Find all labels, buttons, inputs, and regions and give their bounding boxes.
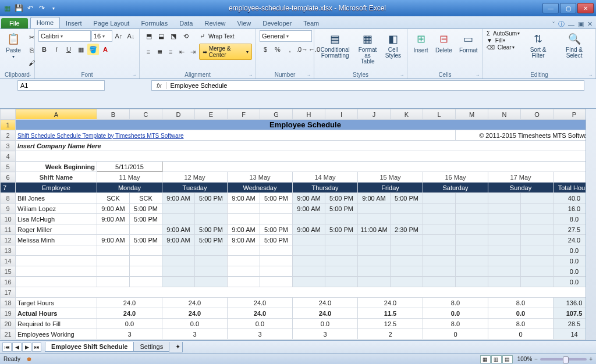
cell[interactable]: 9:00 AM — [293, 224, 325, 235]
row-header[interactable]: 12 — [1, 235, 16, 245]
cell[interactable]: 0.0 — [162, 319, 228, 329]
cell[interactable]: SCK — [97, 193, 130, 204]
cell[interactable] — [423, 256, 456, 266]
cell[interactable] — [423, 214, 456, 224]
zoom-out-icon[interactable]: − — [534, 356, 538, 362]
cell[interactable]: Actual Hours — [16, 308, 97, 319]
tab-developer[interactable]: Developer — [257, 18, 297, 28]
cell[interactable] — [228, 214, 260, 224]
minimize-ribbon-icon[interactable]: ˇ — [552, 21, 555, 28]
cell[interactable]: 24.0 — [228, 298, 293, 308]
orientation-icon[interactable]: ⟲ — [180, 30, 191, 42]
sheet-tab-new[interactable]: ✦ — [169, 342, 183, 352]
cell[interactable] — [488, 277, 521, 287]
doc-restore-icon[interactable]: ▣ — [578, 20, 584, 28]
col-N[interactable]: N — [488, 109, 521, 120]
cell[interactable] — [488, 214, 521, 224]
row-header[interactable]: 6 — [1, 172, 16, 183]
cell[interactable] — [391, 214, 423, 224]
cell[interactable]: Roger Miller — [16, 224, 97, 235]
cell[interactable]: Week Beginning — [16, 162, 97, 172]
cell[interactable] — [293, 214, 325, 224]
view-normal-icon[interactable]: ▦ — [480, 355, 491, 363]
cell[interactable]: 13 May — [228, 172, 293, 183]
cell[interactable]: 0.0 — [554, 266, 595, 277]
cell[interactable]: Shift Name — [16, 172, 97, 183]
cell[interactable]: 0.0 — [554, 277, 595, 287]
cell[interactable] — [293, 266, 325, 277]
cell[interactable]: 3 — [162, 329, 228, 340]
cell[interactable]: 11.5 — [358, 308, 423, 319]
cell[interactable] — [97, 266, 130, 277]
cell[interactable] — [162, 214, 195, 224]
cell[interactable]: Target Hours — [16, 298, 97, 308]
cell[interactable] — [488, 193, 521, 204]
cell[interactable] — [358, 204, 391, 214]
cell[interactable]: 5:00 PM — [130, 214, 162, 224]
cell[interactable] — [260, 277, 293, 287]
cell[interactable]: 9:00 AM — [97, 204, 130, 214]
row-header[interactable]: 11 — [1, 224, 16, 235]
cell[interactable] — [130, 277, 162, 287]
cell[interactable] — [358, 235, 391, 245]
cell[interactable] — [488, 245, 521, 256]
delete-cells-button[interactable]: ⊟Delete — [433, 30, 455, 55]
cell[interactable] — [325, 245, 358, 256]
row-header[interactable]: 8 — [1, 193, 16, 204]
border-button[interactable]: ▦ — [75, 44, 87, 55]
cell[interactable]: 0.0 — [97, 319, 162, 329]
cell[interactable] — [130, 256, 162, 266]
row-header[interactable]: 17 — [1, 287, 16, 298]
cell[interactable] — [521, 193, 554, 204]
cell[interactable]: Employees Working — [16, 329, 97, 340]
find-select-button[interactable]: 🔍Find & Select — [556, 30, 592, 60]
cell[interactable]: Employee Schedule — [16, 120, 595, 130]
merge-center-button[interactable]: ⬌Merge & Center▾ — [199, 44, 252, 60]
cell[interactable]: 24.0 — [554, 235, 595, 245]
cell[interactable] — [325, 214, 358, 224]
cell[interactable] — [423, 235, 456, 245]
font-name-combo[interactable]: Calibri▾ — [38, 30, 91, 42]
cell[interactable]: 5:00 PM — [195, 193, 228, 204]
cell[interactable] — [195, 204, 228, 214]
row-header[interactable]: 9 — [1, 204, 16, 214]
cell[interactable] — [195, 277, 228, 287]
maximize-button[interactable]: ▢ — [560, 3, 576, 13]
cell[interactable]: 9:00 AM — [228, 224, 260, 235]
cell[interactable] — [358, 214, 391, 224]
cell[interactable]: 5:00 PM — [325, 224, 358, 235]
doc-min-icon[interactable]: — — [568, 21, 574, 28]
cell[interactable]: 0 — [423, 329, 488, 340]
cell[interactable]: 8.0 — [554, 214, 595, 224]
cell[interactable] — [358, 277, 391, 287]
cell[interactable] — [130, 224, 162, 235]
cell[interactable]: 5:00 PM — [260, 193, 293, 204]
file-tab[interactable]: File — [1, 18, 28, 28]
grow-font-icon[interactable]: A↑ — [113, 30, 125, 42]
cell[interactable]: Monday — [97, 183, 162, 193]
fill-color-button[interactable]: 🪣 — [87, 44, 99, 55]
cell[interactable] — [162, 204, 195, 214]
cell[interactable] — [391, 277, 423, 287]
cell[interactable]: 5:00 PM — [195, 224, 228, 235]
shrink-font-icon[interactable]: A↓ — [125, 30, 137, 42]
cell[interactable]: 5:00 PM — [130, 204, 162, 214]
cell[interactable]: 5:00 PM — [325, 204, 358, 214]
italic-button[interactable]: I — [51, 44, 62, 55]
cell[interactable] — [16, 287, 595, 298]
cell[interactable] — [521, 204, 554, 214]
cell[interactable]: Saturday — [423, 183, 488, 193]
format-cells-button[interactable]: ▭Format — [457, 30, 480, 55]
cell[interactable]: Wiliam Lopez — [16, 204, 97, 214]
inc-decimal-icon[interactable]: .0→ — [296, 44, 308, 55]
col-F[interactable]: F — [228, 109, 260, 120]
cell[interactable]: 107.5 — [554, 308, 595, 319]
cell[interactable] — [488, 266, 521, 277]
tab-insert[interactable]: Insert — [60, 18, 88, 28]
row-header[interactable]: 16 — [1, 277, 16, 287]
sheet-nav-prev-icon[interactable]: ◀ — [12, 342, 22, 352]
cell[interactable] — [456, 245, 488, 256]
cell[interactable]: 0.0 — [554, 245, 595, 256]
cell[interactable] — [16, 151, 595, 162]
cell[interactable] — [162, 256, 195, 266]
